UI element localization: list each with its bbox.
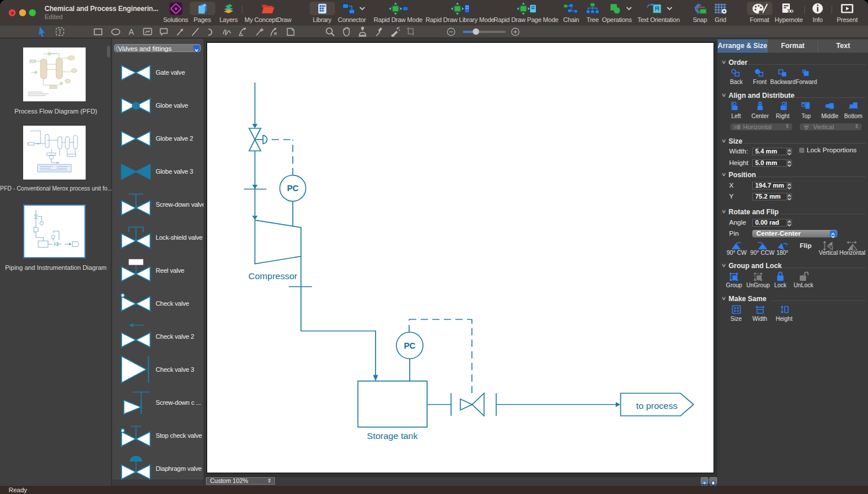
svg-text:Compressor: Compressor bbox=[248, 271, 297, 281]
svg-text:Storage tank: Storage tank bbox=[367, 430, 418, 440]
svg-text:PC: PC bbox=[403, 341, 415, 350]
svg-text:to process: to process bbox=[636, 400, 678, 410]
svg-text:A: A bbox=[128, 27, 134, 36]
svg-text:T: T bbox=[58, 29, 61, 35]
svg-text:PC: PC bbox=[286, 184, 299, 193]
